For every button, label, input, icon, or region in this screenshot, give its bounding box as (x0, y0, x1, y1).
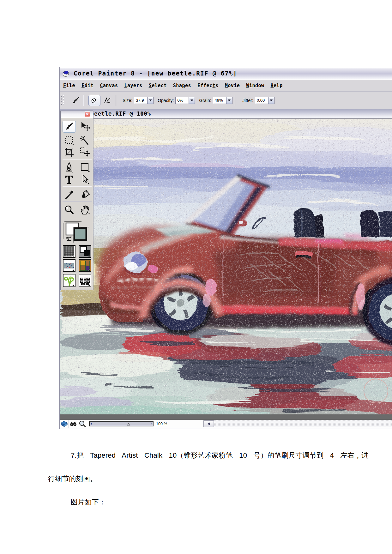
painter-window: Corel Painter 8 - [new beetle.RIF @ 67%]… (59, 67, 392, 429)
pattern-selector[interactable] (63, 259, 76, 272)
document-statusbar: 100 % (60, 420, 392, 428)
brush-icon (64, 122, 74, 131)
toolbox-row (63, 121, 92, 133)
size-dropdown-button[interactable] (147, 97, 154, 104)
opacity-input[interactable]: 0% (175, 97, 189, 104)
separator (235, 95, 235, 106)
toolbox-row (63, 245, 92, 258)
paint-bucket-tool[interactable] (78, 189, 92, 201)
nozzle-selector[interactable] (63, 274, 76, 287)
brush-property-bar: Size: 37.9 Opacity: 0% Grain: 49% Jitter… (60, 92, 392, 109)
document-titlebar[interactable]: new beetle.RIF @ 100% (60, 109, 392, 119)
brush-looks-selector[interactable] (78, 274, 92, 287)
pen-tool[interactable] (63, 161, 76, 173)
menu-mnemonic: L (124, 83, 127, 88)
binoculars-icon[interactable] (69, 420, 77, 428)
dropper-tool[interactable] (63, 189, 76, 201)
jitter-dropdown-button[interactable] (268, 97, 274, 104)
menu-window[interactable]: Window (243, 81, 267, 90)
layer-adjuster-tool[interactable] (78, 121, 92, 133)
size-label: Size: (123, 98, 132, 103)
grain-label: Grain: (199, 98, 211, 103)
toolbar-grip[interactable] (61, 95, 64, 106)
menu-file[interactable]: File (60, 81, 78, 90)
selection-adjuster-icon (80, 147, 90, 157)
gradient-selector[interactable] (78, 245, 92, 258)
selection-adjuster-tool[interactable] (78, 146, 92, 158)
menu-canvas[interactable]: Canvas (97, 81, 121, 90)
paragraph-line-2: 行细节的刻画。 (48, 474, 370, 484)
shape-selection-tool[interactable] (78, 173, 92, 185)
brush-tool[interactable] (63, 121, 76, 133)
hscroll-left-button[interactable] (203, 420, 214, 427)
draw-straight-lines-button[interactable] (101, 95, 113, 106)
rect-selection-icon (64, 135, 74, 145)
rectangular-shape-tool[interactable] (78, 161, 92, 173)
drawer-icon[interactable] (60, 420, 68, 428)
magnifier-tool[interactable] (63, 204, 76, 216)
menu-label: Sha (173, 83, 182, 88)
menu-mnemonic: E (81, 83, 85, 88)
layer-adjuster-icon (80, 122, 90, 132)
menu-movie[interactable]: Movie (222, 81, 243, 90)
grain-dropdown-button[interactable] (226, 97, 232, 104)
menu-shapes[interactable]: Shapes (170, 81, 194, 90)
menu-label: elp (274, 83, 283, 88)
weave-selector[interactable] (78, 259, 92, 272)
color-selector (61, 220, 93, 243)
menubar: File Edit Canvas Layers Select Shapes Ef… (60, 80, 392, 92)
toolbox-row (63, 259, 92, 272)
binoculars-glyph-icon (70, 421, 77, 427)
toolbox-row (63, 204, 92, 216)
rectangle-icon (80, 163, 90, 172)
grabber-tool[interactable] (78, 204, 92, 216)
toolbox-close-button[interactable]: ✕ (85, 111, 90, 117)
zoom-slider[interactable] (89, 421, 154, 426)
menu-mnemonic: t (213, 83, 216, 88)
crop-tool[interactable] (63, 146, 76, 158)
opacity-dropdown-button[interactable] (189, 97, 195, 104)
size-input[interactable]: 37.9 (134, 97, 147, 104)
menu-effects[interactable]: Effects (194, 81, 222, 90)
zoom-value: 100 % (156, 422, 167, 426)
nozzle-leaf-icon (63, 274, 75, 287)
zoom-tool-icon[interactable] (78, 420, 87, 428)
menu-label: Effec (197, 83, 213, 88)
window-titlebar[interactable]: Corel Painter 8 - [new beetle.RIF @ 67%] (60, 67, 392, 79)
separator (78, 420, 78, 428)
menu-layers[interactable]: Layers (121, 81, 145, 90)
pen-nib-icon (65, 162, 74, 172)
menu-label: anvas (103, 83, 118, 88)
text-tool[interactable] (63, 173, 76, 185)
magic-wand-tool[interactable] (78, 134, 92, 146)
brush-tool-icon (71, 97, 81, 104)
paint-bucket-icon (80, 190, 90, 199)
toolbox-titlebar[interactable]: ✕ (61, 111, 93, 118)
app-icon (62, 69, 70, 77)
canvas-backdrop (60, 414, 392, 420)
dropdown-arrow-icon (270, 99, 273, 101)
menu-help[interactable]: Help (268, 81, 286, 90)
toolbox-row (63, 189, 92, 201)
menu-mnemonic: M (225, 83, 228, 88)
dropdown-arrow-icon (149, 99, 152, 101)
color-swatches-icon (61, 220, 93, 243)
swap-colors-icon[interactable] (66, 236, 71, 241)
menu-label: es (185, 83, 191, 88)
rectangular-selection-tool[interactable] (63, 134, 76, 146)
jitter-label: Jitter: (243, 98, 253, 103)
toolbox-row (63, 146, 92, 158)
jitter-input[interactable]: 0.00 (255, 97, 268, 104)
hscroll-track[interactable] (214, 420, 392, 427)
opacity-label: Opacity: (158, 98, 174, 103)
toolbox-divider (63, 159, 92, 160)
back-color-swatch[interactable] (74, 228, 86, 240)
menu-edit[interactable]: Edit (78, 81, 97, 90)
draw-freehand-button[interactable] (88, 95, 100, 106)
menu-label: indow (249, 83, 264, 88)
grain-input[interactable]: 49% (213, 97, 226, 104)
painting-canvas[interactable] (60, 119, 392, 414)
paper-selector[interactable] (63, 245, 76, 258)
menu-select[interactable]: Select (146, 81, 170, 90)
separator (69, 420, 69, 428)
